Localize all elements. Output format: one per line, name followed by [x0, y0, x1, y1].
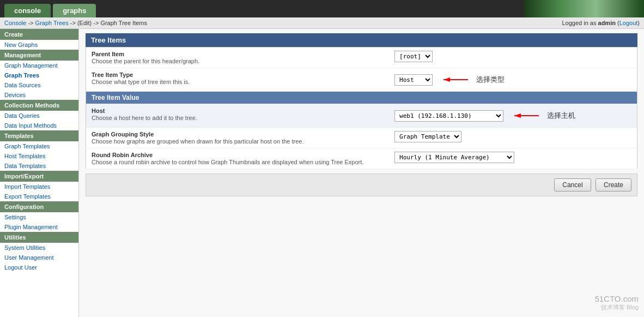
parent-item-label: Parent Item	[92, 51, 384, 57]
annotation-select-type: 选择类型	[476, 75, 505, 85]
logged-in-text: Logged in as admin (Logout)	[562, 20, 640, 26]
round-robin-select[interactable]: Hourly (1 Minute Average) Daily (5 Minut…	[394, 152, 514, 163]
sidebar-item-data-queries[interactable]: Data Queries	[0, 111, 78, 121]
sidebar-item-graph-templates[interactable]: Graph Templates	[0, 141, 78, 151]
graphs-tab[interactable]: graphs	[53, 4, 96, 17]
management-section-header: Management	[0, 50, 78, 61]
round-robin-label: Round Robin Archive	[92, 152, 384, 158]
configuration-section-header: Configuration	[0, 201, 78, 212]
graph-grouping-desc: Choose how graphs are grouped when drawn…	[92, 138, 384, 145]
logo-area	[524, 0, 644, 17]
host-select[interactable]: web1 (192.168.1.130)	[394, 110, 503, 122]
tree-item-type-label: Tree Item Type	[92, 71, 384, 78]
cancel-button[interactable]: Cancel	[554, 178, 591, 192]
tree-item-type-desc: Choose what type of tree item this is.	[92, 79, 384, 85]
create-button[interactable]: Create	[596, 178, 631, 192]
sidebar-item-settings[interactable]: Settings	[0, 212, 78, 222]
sidebar-item-logout-user[interactable]: Logout User	[0, 262, 78, 272]
sidebar-item-data-sources[interactable]: Data Sources	[0, 80, 78, 90]
utilities-section-header: Utilities	[0, 232, 78, 243]
round-robin-row: Round Robin Archive Choose a round robin…	[86, 148, 637, 169]
sidebar-item-devices[interactable]: Devices	[0, 90, 78, 100]
sidebar-item-graph-trees[interactable]: Graph Trees	[0, 70, 78, 80]
sidebar-item-data-templates[interactable]: Data Templates	[0, 161, 78, 171]
sidebar-item-data-input-methods[interactable]: Data Input Methods	[0, 121, 78, 130]
tree-item-type-select[interactable]: Host Header Graph	[394, 74, 433, 86]
sidebar-item-user-management[interactable]: User Management	[0, 253, 78, 262]
section-header: Tree Items	[86, 33, 637, 47]
create-section-header: Create	[0, 29, 78, 40]
collection-methods-section-header: Collection Methods	[0, 100, 78, 111]
sidebar-item-graph-management[interactable]: Graph Management	[0, 61, 78, 70]
graph-grouping-label: Graph Grouping Style	[92, 131, 384, 137]
breadcrumb-graph-trees[interactable]: Graph Trees	[35, 20, 69, 26]
console-tab[interactable]: console	[4, 4, 51, 17]
annotation-select-host: 选择主机	[547, 111, 575, 121]
tree-item-type-row: Tree Item Type Choose what type of tree …	[86, 68, 637, 92]
round-robin-desc: Choose a round robin archive to control …	[92, 159, 384, 165]
breadcrumb: Console -> Graph Trees -> (Edit) -> Grap…	[4, 20, 147, 26]
parent-item-desc: Choose the parent for this header/graph.	[92, 58, 384, 64]
import-export-section-header: Import/Export	[0, 171, 78, 182]
sidebar-item-new-graphs[interactable]: New Graphs	[0, 40, 78, 50]
sidebar-item-import-templates[interactable]: Import Templates	[0, 182, 78, 192]
sidebar-item-plugin-management[interactable]: Plugin Management	[0, 222, 78, 232]
content-area: Tree Items Parent Item Choose the parent…	[79, 29, 644, 317]
parent-item-row: Parent Item Choose the parent for this h…	[86, 47, 637, 68]
host-row: Host Choose a host here to add it to the…	[86, 104, 637, 128]
graph-grouping-row: Graph Grouping Style Choose how graphs a…	[86, 128, 637, 148]
sidebar-item-host-templates[interactable]: Host Templates	[0, 151, 78, 161]
parent-item-select[interactable]: [root]	[394, 51, 433, 62]
templates-section-header: Templates	[0, 130, 78, 141]
sidebar-item-export-templates[interactable]: Export Templates	[0, 192, 78, 201]
graph-grouping-select[interactable]: Graph Template Graph	[394, 131, 461, 142]
host-desc: Choose a host here to add it to the tree…	[92, 115, 384, 121]
red-arrow-host	[509, 107, 542, 124]
host-label: Host	[92, 107, 384, 114]
tree-item-value-header-row: Tree Item Value	[86, 92, 637, 104]
breadcrumb-console[interactable]: Console	[4, 20, 26, 26]
action-bar: Cancel Create	[86, 174, 637, 196]
watermark: 51CTO.com 技术博客 Blog	[594, 294, 639, 312]
logout-link[interactable]: Logout	[619, 20, 638, 26]
red-arrow-type	[438, 71, 471, 88]
breadcrumb-bar: Console -> Graph Trees -> (Edit) -> Grap…	[0, 17, 644, 29]
sidebar: Create New Graphs Management Graph Manag…	[0, 29, 79, 317]
sidebar-item-system-utilities[interactable]: System Utilities	[0, 243, 78, 253]
